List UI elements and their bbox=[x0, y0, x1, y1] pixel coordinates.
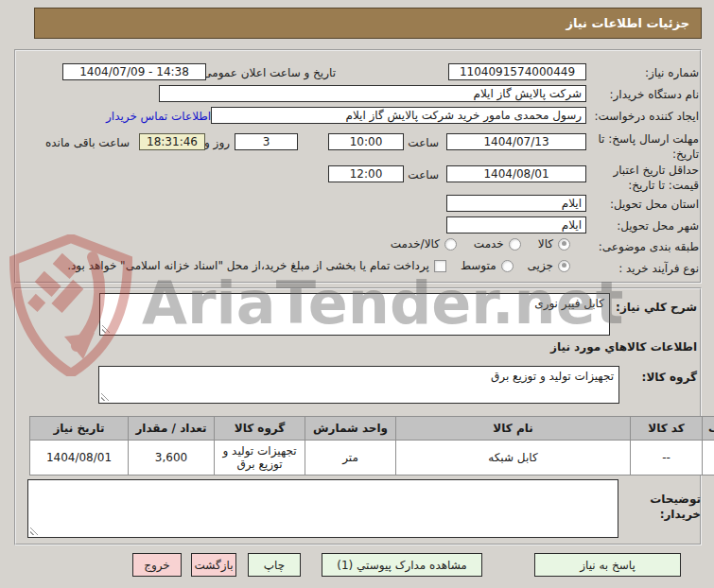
treasury-docs-checkbox-item[interactable]: پرداخت تمام یا بخشی از مبلغ خرید،از محل … bbox=[67, 259, 446, 272]
need-desc-label: شرح کلي نياز: bbox=[616, 301, 697, 314]
city-value[interactable]: ایلام bbox=[446, 216, 586, 233]
category-option-goods-service[interactable]: کالا/خدمت bbox=[391, 237, 457, 251]
process-type-label: نوع فرآیند خرید : bbox=[618, 262, 699, 275]
buyer-org-value[interactable]: شرکت پالایش گاز ایلام bbox=[159, 85, 586, 102]
checkbox-icon[interactable] bbox=[434, 260, 446, 272]
back-button[interactable]: بازگشت bbox=[191, 553, 236, 577]
process-type-option-medium-label: متوسط bbox=[461, 259, 496, 272]
price-validity-label: حداقل تاریخ اعتبار قیمت: تا تاریخ: bbox=[593, 163, 699, 193]
cell-item-group: تجهیزات تولید و توزیع برق bbox=[215, 441, 305, 476]
province-value[interactable]: ایلام bbox=[446, 195, 586, 212]
goods-group-value: تجهیزات تولید و توزیع برق bbox=[491, 370, 614, 383]
exit-button[interactable]: خروج bbox=[132, 553, 182, 577]
province-label: استان محل تحویل: bbox=[610, 198, 699, 211]
table-row[interactable]: 1 -- کابل شبکه متر تجهیزات تولید و توزیع… bbox=[30, 441, 714, 476]
category-option-goods[interactable]: کالا bbox=[538, 237, 570, 251]
remaining-time-countdown: 18:31:46 bbox=[139, 133, 205, 150]
need-number-value[interactable]: 1104091574000449 bbox=[448, 63, 586, 80]
category-option-service-label: خدمت bbox=[474, 237, 504, 251]
remaining-days-value[interactable]: 3 bbox=[235, 133, 298, 150]
cell-item-name: کابل شبکه bbox=[396, 441, 631, 476]
resize-handle-icon[interactable] bbox=[101, 392, 110, 401]
goods-group-label: گروه کالا: bbox=[642, 371, 697, 384]
process-type-options: جزیی متوسط پرداخت تمام یا بخشی از مبلغ خ… bbox=[67, 259, 570, 272]
goods-group-textarea[interactable]: تجهیزات تولید و توزیع برق bbox=[98, 366, 619, 404]
page-title-bar: جزئیات اطلاعات نیاز bbox=[34, 8, 702, 39]
respond-to-need-button[interactable]: پاسخ به نیاز bbox=[534, 553, 681, 577]
radio-icon[interactable] bbox=[444, 238, 457, 251]
remaining-time-suffix: ساعت باقی مانده bbox=[45, 136, 130, 149]
category-label: طبقه بندی موضوعی: bbox=[599, 240, 699, 253]
radio-icon[interactable] bbox=[509, 238, 521, 251]
category-option-goods-service-label: کالا/خدمت bbox=[391, 237, 440, 251]
print-button[interactable]: چاپ bbox=[248, 553, 301, 577]
buyer-contact-link[interactable]: اطلاعات تماس خریدار bbox=[106, 110, 211, 123]
radio-icon[interactable] bbox=[501, 260, 514, 272]
items-table: ردیف کد کالا نام کالا واحد شمارش گروه کا… bbox=[29, 416, 714, 476]
cell-row-number: 1 bbox=[703, 441, 714, 476]
radio-icon[interactable] bbox=[558, 238, 570, 251]
reply-deadline-time[interactable]: 10:00 bbox=[328, 133, 404, 150]
buyer-notes-label: توضیحات خریدار: bbox=[633, 492, 701, 522]
need-desc-value: کابل فیبر نوری bbox=[534, 297, 604, 310]
col-need-date: تاریخ نیاز bbox=[30, 417, 129, 441]
category-options: کالا خدمت کالا/خدمت bbox=[391, 237, 570, 251]
tender-detail-page: { "header": { "title": "جزئیات اطلاعات ن… bbox=[0, 0, 714, 588]
items-table-header: ردیف کد کالا نام کالا واحد شمارش گروه کا… bbox=[30, 417, 714, 441]
reply-deadline-date[interactable]: 1404/07/13 bbox=[446, 133, 586, 150]
resize-handle-icon[interactable] bbox=[30, 527, 39, 535]
price-validity-date[interactable]: 1404/08/01 bbox=[446, 165, 586, 182]
col-unit: واحد شمارش bbox=[305, 417, 396, 441]
cell-quantity: 3,600 bbox=[129, 441, 215, 476]
requester-label: ایجاد کننده درخواست: bbox=[594, 110, 699, 123]
col-item-code: کد کالا bbox=[631, 417, 703, 441]
goods-section-heading: اطلاعات کالاهاي مورد نياز bbox=[550, 340, 697, 354]
publish-datetime-label: تاریخ و ساعت اعلان عمومی: bbox=[199, 66, 336, 79]
process-type-option-minor-label: جزیی bbox=[528, 259, 553, 272]
buyer-org-label: نام دستگاه خریدار: bbox=[610, 88, 700, 101]
cell-item-code: -- bbox=[631, 441, 703, 476]
view-attachments-button[interactable]: مشاهده مدارک پیوستي (1) bbox=[322, 553, 482, 577]
remaining-days-label: روز و bbox=[204, 136, 230, 149]
process-type-option-minor[interactable]: جزیی bbox=[528, 259, 570, 272]
buyer-notes-textarea[interactable] bbox=[27, 479, 618, 538]
reply-deadline-hour-label: ساعت bbox=[408, 136, 439, 149]
city-label: شهر محل تحویل: bbox=[617, 219, 699, 233]
need-number-label: شماره نیاز: bbox=[645, 66, 699, 79]
col-item-name: نام کالا bbox=[396, 417, 631, 441]
category-option-goods-label: کالا bbox=[538, 237, 553, 251]
price-validity-time[interactable]: 12:00 bbox=[328, 165, 404, 182]
price-validity-hour-label: ساعت bbox=[408, 168, 439, 182]
treasury-docs-checkbox-label: پرداخت تمام یا بخشی از مبلغ خرید،از محل … bbox=[67, 259, 429, 272]
page-title: جزئیات اطلاعات نیاز bbox=[566, 16, 689, 30]
resize-handle-icon[interactable] bbox=[102, 324, 111, 333]
category-option-service[interactable]: خدمت bbox=[474, 237, 521, 251]
col-item-group: گروه کالا bbox=[215, 417, 305, 441]
radio-icon[interactable] bbox=[558, 260, 570, 272]
col-row-number: ردیف bbox=[703, 417, 714, 441]
col-quantity: تعداد / مقدار bbox=[129, 417, 215, 441]
requester-value[interactable]: رسول محمدی مامور خرید شرکت پالایش گاز ای… bbox=[211, 107, 586, 124]
cell-need-date: 1404/08/01 bbox=[30, 441, 129, 476]
publish-datetime-value[interactable]: 1404/07/09 - 14:38 bbox=[62, 63, 206, 80]
process-type-option-medium[interactable]: متوسط bbox=[461, 259, 514, 272]
need-desc-textarea[interactable]: کابل فیبر نوری bbox=[99, 293, 610, 336]
cell-unit: متر bbox=[305, 441, 396, 476]
reply-deadline-label: مهلت ارسال پاسخ: تا تاریخ: bbox=[593, 131, 699, 162]
